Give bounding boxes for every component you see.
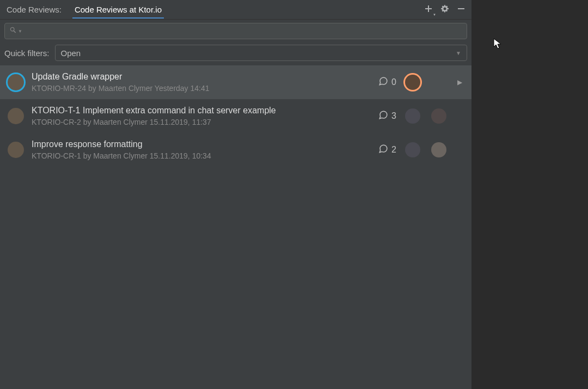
- review-right: 2: [378, 142, 464, 157]
- minimize-icon: [457, 4, 465, 15]
- comment-icon: [378, 110, 388, 122]
- dropdown-caret-icon: ▼: [433, 13, 436, 16]
- review-title: Update Gradle wrapper: [32, 72, 371, 82]
- comment-icon: [378, 144, 388, 156]
- reviewers: [405, 142, 449, 157]
- chevron-right-icon: ▶: [457, 78, 464, 86]
- reviewer-avatar: [405, 108, 420, 124]
- review-content: Update Gradle wrapper KTORIO-MR-24 by Ma…: [32, 72, 371, 93]
- filter-selected-value: Open: [61, 48, 456, 58]
- review-list: Update Gradle wrapper KTORIO-MR-24 by Ma…: [0, 65, 471, 389]
- search-input[interactable]: [26, 27, 462, 35]
- reviewers: [405, 108, 449, 124]
- review-title: Improve response formatting: [32, 139, 371, 149]
- author-avatar: [8, 108, 24, 124]
- author-avatar: [8, 142, 24, 158]
- active-tab[interactable]: Code Reviews at Ktor.io: [72, 1, 164, 19]
- filter-label: Quick filters:: [4, 48, 50, 58]
- review-meta: KTORIO-CR-1 by Maarten Clymer 15.11.2019…: [32, 151, 371, 160]
- comment-count: 3: [378, 110, 396, 122]
- review-right: 3: [378, 108, 464, 124]
- add-button[interactable]: ▼: [422, 4, 434, 16]
- comment-number: 3: [391, 111, 396, 121]
- panel-title: Code Reviews:: [4, 5, 64, 14]
- cursor-icon: [493, 38, 503, 53]
- comment-count: 2: [378, 144, 396, 156]
- code-reviews-panel: Code Reviews: Code Reviews at Ktor.io ▼ …: [0, 0, 471, 389]
- svg-rect-0: [458, 8, 464, 9]
- minimize-button[interactable]: [455, 4, 467, 16]
- review-content: Improve response formatting KTORIO-CR-1 …: [32, 139, 371, 160]
- review-item[interactable]: Update Gradle wrapper KTORIO-MR-24 by Ma…: [0, 65, 471, 99]
- filter-row: Quick filters: Open ▼: [0, 42, 471, 65]
- reviewer-avatar: [431, 142, 446, 157]
- chevron-down-icon: ▼: [456, 50, 461, 56]
- search-icon: [9, 26, 17, 36]
- review-title: KTORIO-T-1 Implement extra command in ch…: [32, 106, 371, 116]
- side-panel: [471, 0, 588, 389]
- search-dropdown-icon: ▼: [18, 29, 22, 34]
- plus-icon: [424, 4, 433, 15]
- author-avatar: [8, 74, 24, 90]
- filter-select[interactable]: Open ▼: [55, 45, 467, 61]
- review-right: 0 ▶: [378, 75, 464, 90]
- review-meta: KTORIO-CR-2 by Maarten Clymer 15.11.2019…: [32, 118, 371, 126]
- comment-count: 0: [378, 76, 396, 88]
- review-item[interactable]: Improve response formatting KTORIO-CR-1 …: [0, 133, 471, 167]
- reviewer-avatar: [431, 108, 446, 124]
- comment-icon: [378, 76, 388, 88]
- review-item[interactable]: KTORIO-T-1 Implement extra command in ch…: [0, 99, 471, 133]
- settings-button[interactable]: [439, 4, 451, 16]
- gear-icon: [440, 4, 449, 15]
- comment-number: 0: [391, 77, 396, 87]
- comment-number: 2: [391, 145, 396, 155]
- reviewer-avatar: [405, 75, 420, 90]
- search-bar[interactable]: ▼: [4, 23, 467, 39]
- panel-header: Code Reviews: Code Reviews at Ktor.io ▼: [0, 0, 471, 20]
- reviewers: [405, 75, 449, 90]
- review-meta: KTORIO-MR-24 by Maarten Clymer Yesterday…: [32, 84, 371, 93]
- review-content: KTORIO-T-1 Implement extra command in ch…: [32, 106, 371, 126]
- reviewer-avatar: [405, 142, 420, 157]
